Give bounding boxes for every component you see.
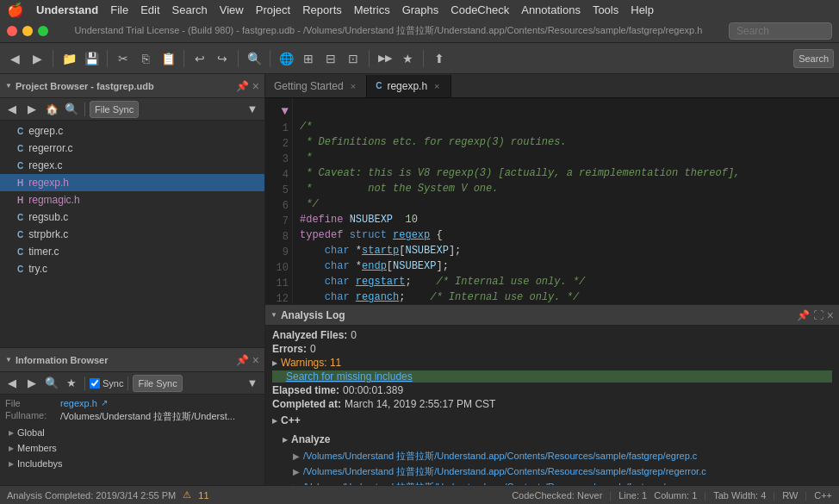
code-content[interactable]: /* * Definitions etc. for regexp(3) rout…	[293, 98, 839, 304]
file-link-row-2[interactable]: ▶ /Volumes/Understand 拉普拉斯/Understand.ap…	[272, 464, 832, 479]
menu-file[interactable]: File	[110, 3, 128, 16]
menu-project[interactable]: Project	[256, 3, 290, 16]
file-item-egrep[interactable]: C egrep.c	[0, 122, 264, 140]
titlebar: Understand Trial License - (Build 980) -…	[0, 19, 839, 43]
menu-annotations[interactable]: Annotations	[521, 3, 581, 16]
info-fullname-value: /Volumes/Understand 拉普拉斯/Underst...	[60, 410, 235, 423]
toolbar-copy-icon[interactable]: ⎘	[136, 49, 155, 68]
toolbar-search-icon[interactable]: 🔍	[245, 49, 264, 68]
maximize-window-button[interactable]	[38, 26, 48, 36]
toolbar-redo-icon[interactable]: ↪	[213, 49, 232, 68]
warnings-link[interactable]: Warnings: 11	[281, 357, 341, 369]
file-item-regex[interactable]: C regex.c	[0, 157, 264, 174]
info-browser-close-icon[interactable]: ×	[252, 353, 259, 367]
global-triangle-icon: ▶	[9, 429, 14, 437]
project-browser-pin-icon[interactable]: 📌	[236, 80, 249, 92]
file-item-regerror[interactable]: C regerror.c	[0, 140, 264, 157]
main-layout: ▼ Project Browser - fastgrep.udb 📌 × ◀ ▶…	[0, 74, 839, 485]
file-item-regsub[interactable]: C regsub.c	[0, 208, 264, 226]
analysis-log: ▼ Analysis Log 📌 ⛶ × Analyzed Files: 0 E…	[265, 304, 839, 485]
analysis-collapse-icon[interactable]: ▼	[270, 311, 277, 319]
analyze-triangle-icon[interactable]: ▶	[283, 436, 288, 444]
toolbar-star-icon[interactable]: ★	[398, 49, 417, 68]
minimize-window-button[interactable]	[22, 26, 33, 36]
menu-metrics[interactable]: Metrics	[354, 3, 390, 16]
file-item-try[interactable]: C try.c	[0, 260, 264, 277]
file-sync-button[interactable]: File Sync	[90, 101, 139, 118]
file-item-regexp[interactable]: H regexp.h	[0, 174, 264, 191]
ib-file-sync-button[interactable]: File Sync	[133, 375, 182, 392]
file-link-row-1[interactable]: ▶ /Volumes/Understand 拉普拉斯/Understand.ap…	[272, 448, 832, 464]
menu-tools[interactable]: Tools	[593, 3, 618, 16]
info-includebys-label: Includebys	[17, 458, 63, 469]
info-tree-members[interactable]: ▶ Members	[5, 440, 259, 456]
info-content: File regexp.h ↗ Fullname: /Volumes/Under…	[0, 395, 264, 485]
menu-reports[interactable]: Reports	[302, 3, 342, 16]
pb-search-icon[interactable]: 🔍	[63, 101, 80, 118]
ib-search-icon[interactable]: 🔍	[43, 375, 60, 392]
tab-regexp-h[interactable]: C regexp.h ×	[367, 75, 451, 97]
errors-row: Errors: 0	[272, 343, 832, 355]
menu-graphs[interactable]: Graphs	[402, 3, 439, 16]
cpp-triangle-icon[interactable]: ▶	[272, 417, 277, 425]
file-link-row-3[interactable]: ▶ /Volumes/Understand 拉普拉斯/Understand.ap…	[272, 479, 832, 485]
menu-edit[interactable]: Edit	[140, 3, 159, 16]
ib-dropdown-icon[interactable]: ▼	[244, 375, 261, 392]
analysis-close-icon[interactable]: ×	[827, 308, 834, 322]
pb-dropdown-icon[interactable]: ▼	[244, 101, 261, 118]
tab-getting-started[interactable]: Getting Started ×	[265, 75, 367, 97]
ib-fwd-icon[interactable]: ▶	[23, 375, 40, 392]
info-browser-pin-icon[interactable]: 📌	[236, 354, 249, 366]
toolbar-layout-icon[interactable]: ⊡	[344, 49, 363, 68]
ib-back-icon[interactable]: ◀	[3, 375, 21, 392]
file-name-strpbrk: strpbrk.c	[28, 228, 68, 240]
file-link-regerror[interactable]: /Volumes/Understand 拉普拉斯/Understand.app/…	[303, 465, 706, 478]
file-item-strpbrk[interactable]: C strpbrk.c	[0, 226, 264, 243]
toolbar-undo-icon[interactable]: ↩	[190, 49, 209, 68]
toolbar-save-icon[interactable]: 💾	[82, 49, 101, 68]
search-button[interactable]: Search	[793, 49, 834, 68]
missing-includes-link[interactable]: Search for missing includes	[286, 370, 413, 383]
pb-separator	[84, 103, 85, 116]
pb-back-icon[interactable]: ◀	[3, 101, 21, 118]
menu-help[interactable]: Help	[631, 3, 654, 16]
info-browser-collapse-icon[interactable]: ▼	[5, 356, 12, 364]
toolbar-grid-icon[interactable]: ⊞	[299, 49, 318, 68]
search-input[interactable]	[729, 22, 832, 40]
toolbar-cut-icon[interactable]: ✂	[114, 49, 133, 68]
toolbar-paste-icon[interactable]: 📋	[158, 49, 177, 68]
toolbar-export-icon[interactable]: ⬆	[430, 49, 449, 68]
pb-fwd-icon[interactable]: ▶	[23, 101, 40, 118]
warnings-triangle-icon[interactable]: ▶	[272, 359, 277, 367]
menu-view[interactable]: View	[220, 3, 244, 16]
pb-home-icon[interactable]: 🏠	[43, 101, 60, 118]
menu-codecheck[interactable]: CodeCheck	[451, 3, 509, 16]
missing-includes-row: Search for missing includes	[272, 370, 832, 383]
file-item-timer[interactable]: C timer.c	[0, 243, 264, 260]
analysis-expand-icon[interactable]: ⛶	[813, 309, 823, 321]
toolbar-panel-icon[interactable]: ⊟	[321, 49, 340, 68]
column-status: Column: 1	[654, 490, 697, 501]
info-file-value[interactable]: regexp.h	[60, 398, 97, 408]
tab-getting-started-close-icon[interactable]: ×	[351, 81, 356, 91]
info-tree-includebys[interactable]: ▶ Includebys	[5, 456, 259, 471]
rw-status: RW	[782, 490, 798, 501]
tab-regexp-h-close-icon[interactable]: ×	[434, 81, 439, 91]
file-link-egrep[interactable]: /Volumes/Understand 拉普拉斯/Understand.app/…	[303, 450, 697, 463]
toolbar-fwd-icon[interactable]: ▶▶	[376, 49, 395, 68]
app-name[interactable]: Understand	[36, 3, 98, 16]
info-tree-global[interactable]: ▶ Global	[5, 425, 259, 440]
toolbar-open-icon[interactable]: 📁	[59, 49, 78, 68]
ib-sync-check[interactable]: Sync	[90, 378, 123, 389]
ib-sync-checkbox[interactable]	[90, 378, 100, 389]
close-window-button[interactable]	[7, 26, 17, 36]
project-browser-close-icon[interactable]: ×	[252, 79, 259, 93]
ib-star-icon[interactable]: ★	[63, 375, 80, 392]
toolbar-browser-icon[interactable]: 🌐	[277, 49, 295, 68]
project-browser-collapse-icon[interactable]: ▼	[5, 82, 12, 90]
analysis-pin-icon[interactable]: 📌	[797, 309, 810, 321]
menu-search[interactable]: Search	[172, 3, 208, 16]
toolbar-icon-1[interactable]: ◀	[5, 49, 24, 68]
file-item-regmagic[interactable]: H regmagic.h	[0, 191, 264, 208]
toolbar-icon-2[interactable]: ▶	[28, 49, 47, 68]
